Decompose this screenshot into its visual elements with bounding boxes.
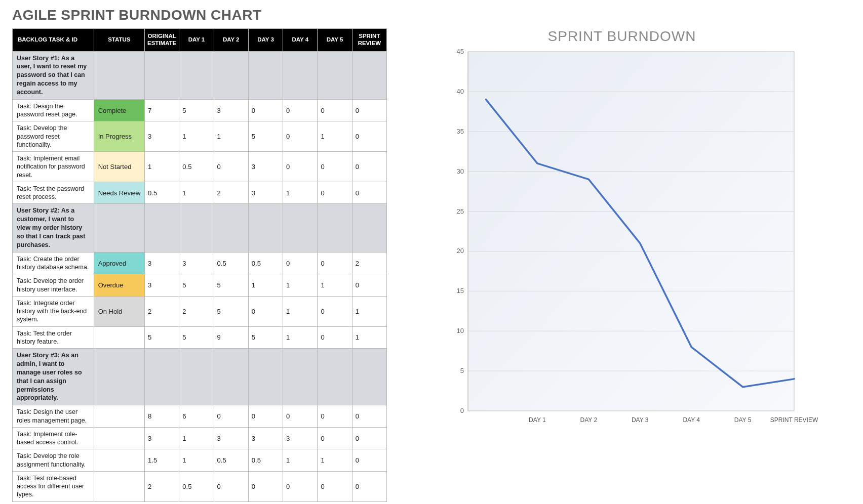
value-cell[interactable]: 5 xyxy=(214,274,248,297)
task-row: Task: Test the order history feature.559… xyxy=(13,326,387,349)
status-cell[interactable]: In Progress xyxy=(94,121,144,152)
value-cell[interactable]: 0.5 xyxy=(214,252,248,274)
value-cell[interactable]: 0 xyxy=(283,252,318,274)
value-cell[interactable]: 8 xyxy=(145,405,179,428)
value-cell[interactable]: 0 xyxy=(283,471,318,501)
value-cell[interactable]: 1 xyxy=(283,182,318,204)
status-cell[interactable] xyxy=(94,427,144,449)
value-cell[interactable]: 0 xyxy=(318,296,352,326)
value-cell[interactable]: 0 xyxy=(352,449,386,472)
value-cell[interactable]: 3 xyxy=(248,427,283,449)
value-cell[interactable]: 1 xyxy=(179,449,214,472)
status-cell[interactable]: Needs Review xyxy=(94,182,144,204)
value-cell[interactable]: 0.5 xyxy=(145,182,179,204)
value-cell[interactable]: 3 xyxy=(179,252,214,274)
status-cell[interactable]: Approved xyxy=(94,252,144,274)
value-cell[interactable]: 5 xyxy=(145,326,179,349)
story-row: User Story #3: As an admin, I want to ma… xyxy=(13,349,387,405)
value-cell[interactable]: 0 xyxy=(248,99,283,121)
status-cell[interactable]: On Hold xyxy=(94,296,144,326)
value-cell[interactable]: 0.5 xyxy=(179,152,214,182)
value-cell[interactable]: 2 xyxy=(145,296,179,326)
value-cell[interactable]: 5 xyxy=(179,274,214,297)
value-cell[interactable]: 5 xyxy=(179,99,214,121)
value-cell[interactable]: 5 xyxy=(179,326,214,349)
value-cell[interactable]: 0.5 xyxy=(179,471,214,501)
value-cell[interactable]: 0 xyxy=(283,99,318,121)
value-cell[interactable]: 0 xyxy=(318,326,352,349)
value-cell[interactable]: 6 xyxy=(179,405,214,428)
value-cell[interactable]: 0 xyxy=(352,152,386,182)
value-cell[interactable]: 1 xyxy=(179,121,214,152)
value-cell[interactable]: 3 xyxy=(214,427,248,449)
value-cell[interactable]: 9 xyxy=(214,326,248,349)
value-cell[interactable]: 1 xyxy=(318,449,352,472)
status-cell[interactable] xyxy=(94,405,144,428)
value-cell[interactable]: 3 xyxy=(145,274,179,297)
value-cell[interactable]: 3 xyxy=(145,252,179,274)
value-cell[interactable]: 0 xyxy=(318,405,352,428)
value-cell[interactable]: 3 xyxy=(214,99,248,121)
value-cell[interactable]: 1 xyxy=(318,274,352,297)
value-cell[interactable]: 0 xyxy=(318,99,352,121)
value-cell[interactable]: 5 xyxy=(248,121,283,152)
value-cell[interactable]: 0 xyxy=(352,427,386,449)
status-cell[interactable] xyxy=(94,326,144,349)
value-cell[interactable]: 2 xyxy=(214,182,248,204)
value-cell[interactable]: 0 xyxy=(352,405,386,428)
status-cell[interactable] xyxy=(94,449,144,472)
value-cell[interactable]: 1 xyxy=(283,296,318,326)
status-cell[interactable]: Complete xyxy=(94,99,144,121)
value-cell[interactable]: 0 xyxy=(318,427,352,449)
value-cell[interactable]: 0 xyxy=(248,405,283,428)
value-cell[interactable]: 0 xyxy=(352,471,386,501)
value-cell[interactable]: 0 xyxy=(352,274,386,297)
value-cell[interactable]: 1 xyxy=(283,449,318,472)
status-cell[interactable] xyxy=(94,471,144,501)
value-cell[interactable]: 1 xyxy=(179,182,214,204)
value-cell[interactable]: 3 xyxy=(248,152,283,182)
value-cell[interactable]: 1 xyxy=(283,326,318,349)
value-cell[interactable]: 1 xyxy=(352,296,386,326)
value-cell[interactable]: 3 xyxy=(283,427,318,449)
value-cell[interactable]: 1.5 xyxy=(145,449,179,472)
value-cell[interactable]: 1 xyxy=(179,427,214,449)
value-cell[interactable]: 1 xyxy=(145,152,179,182)
value-cell[interactable]: 5 xyxy=(214,296,248,326)
value-cell[interactable]: 2 xyxy=(179,296,214,326)
status-cell[interactable]: Overdue xyxy=(94,274,144,297)
value-cell[interactable]: 3 xyxy=(248,182,283,204)
value-cell[interactable]: 0 xyxy=(214,405,248,428)
value-cell[interactable]: 0 xyxy=(352,182,386,204)
value-cell[interactable]: 0 xyxy=(248,471,283,501)
value-cell[interactable]: 0 xyxy=(214,152,248,182)
value-cell[interactable]: 0.5 xyxy=(248,449,283,472)
value-cell[interactable]: 0 xyxy=(318,182,352,204)
value-cell[interactable]: 2 xyxy=(352,252,386,274)
value-cell[interactable]: 1 xyxy=(248,274,283,297)
value-cell[interactable]: 0 xyxy=(283,121,318,152)
value-cell[interactable]: 1 xyxy=(214,121,248,152)
burndown-table: BACKLOG TASK & ID STATUS ORIGINAL ESTIMA… xyxy=(12,28,387,502)
value-cell[interactable]: 0 xyxy=(214,471,248,501)
value-cell[interactable]: 7 xyxy=(145,99,179,121)
value-cell[interactable]: 1 xyxy=(318,121,352,152)
task-text: Task: Test the password reset process. xyxy=(13,182,94,204)
value-cell[interactable]: 3 xyxy=(145,121,179,152)
value-cell[interactable]: 0 xyxy=(352,99,386,121)
value-cell[interactable]: 0 xyxy=(318,471,352,501)
value-cell[interactable]: 5 xyxy=(248,326,283,349)
status-cell[interactable]: Not Started xyxy=(94,152,144,182)
value-cell[interactable]: 0.5 xyxy=(248,252,283,274)
value-cell[interactable]: 0 xyxy=(352,121,386,152)
value-cell[interactable]: 0 xyxy=(283,405,318,428)
value-cell[interactable]: 0 xyxy=(318,252,352,274)
value-cell[interactable]: 2 xyxy=(145,471,179,501)
value-cell[interactable]: 0 xyxy=(283,152,318,182)
value-cell[interactable]: 1 xyxy=(352,326,386,349)
value-cell[interactable]: 0 xyxy=(318,152,352,182)
value-cell[interactable]: 1 xyxy=(283,274,318,297)
value-cell[interactable]: 3 xyxy=(145,427,179,449)
value-cell[interactable]: 0.5 xyxy=(214,449,248,472)
value-cell[interactable]: 0 xyxy=(248,296,283,326)
